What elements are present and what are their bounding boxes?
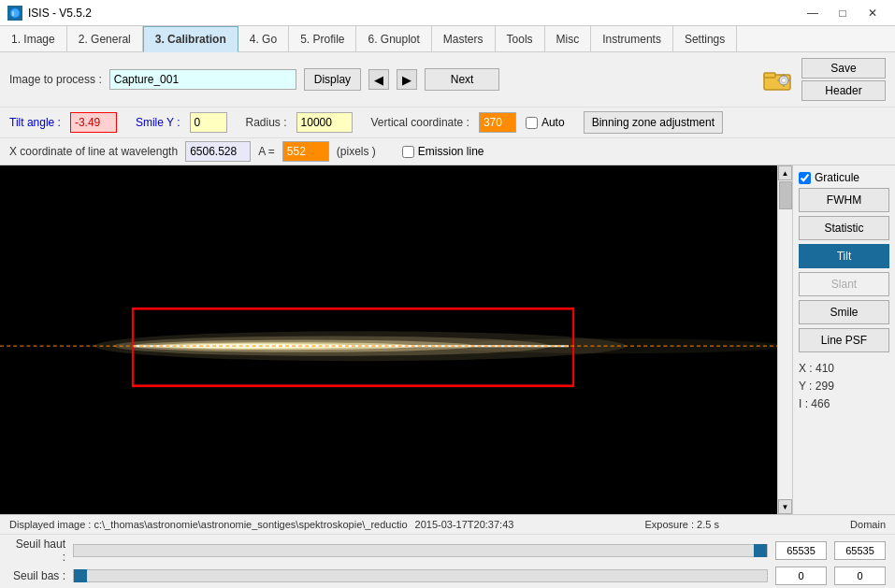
title-bar: i ISIS - V5.5.2 — □ ✕ bbox=[0, 0, 895, 26]
seuil-haut-thumb[interactable] bbox=[754, 544, 767, 557]
a-value-input[interactable] bbox=[282, 141, 329, 162]
tilt-input[interactable] bbox=[70, 112, 117, 133]
tab-gnuplot[interactable]: 6. Gnuplot bbox=[356, 26, 431, 51]
prev-button[interactable]: ◀ bbox=[368, 69, 389, 90]
smile-input[interactable] bbox=[190, 112, 227, 133]
status-bar: Displayed image : c:\_thomas\astronomie\… bbox=[0, 514, 895, 534]
spectrum-svg bbox=[0, 165, 777, 514]
binning-button[interactable]: Binning zone adjustment bbox=[584, 111, 723, 134]
prev-icon: ◀ bbox=[374, 73, 383, 87]
seuil-bas-row: Seuil bas : bbox=[9, 566, 886, 585]
timestamp-text: 2015-03-17T20:37:43 bbox=[415, 519, 514, 530]
exposure-text: Exposure : 2.5 s bbox=[644, 519, 719, 530]
seuil-haut-track[interactable] bbox=[73, 544, 768, 557]
smile-button[interactable]: Smile bbox=[799, 300, 889, 324]
tab-settings[interactable]: Settings bbox=[673, 26, 737, 51]
linepsf-button[interactable]: Line PSF bbox=[799, 328, 889, 352]
image-label: Image to process : bbox=[9, 73, 102, 86]
app-icon: i bbox=[7, 6, 22, 21]
tab-image[interactable]: 1. Image bbox=[0, 26, 67, 51]
minimize-button[interactable]: — bbox=[798, 4, 828, 22]
next-button[interactable]: Next bbox=[425, 68, 499, 91]
top-controls-row1: Image to process : Display ◀ ▶ Next Save… bbox=[0, 52, 895, 108]
wavelength-input[interactable] bbox=[185, 141, 251, 162]
right-panel: Graticule FWHM Statistic Tilt Slant Smil… bbox=[792, 165, 895, 514]
svg-rect-3 bbox=[764, 73, 775, 78]
x-coord-label: X coordinate of line at wavelength bbox=[9, 145, 178, 158]
tab-instruments[interactable]: Instruments bbox=[591, 26, 673, 51]
close-button[interactable]: ✕ bbox=[858, 4, 888, 22]
image-area: ▲ ▼ Graticule FWHM Statistic Tilt Slant … bbox=[0, 165, 895, 514]
display-button[interactable]: Display bbox=[304, 68, 361, 91]
tab-profile[interactable]: 5. Profile bbox=[289, 26, 356, 51]
x-coord: X : 410 bbox=[799, 360, 889, 378]
tab-misc[interactable]: Misc bbox=[545, 26, 592, 51]
statistic-button[interactable]: Statistic bbox=[799, 216, 889, 240]
i-coord: I : 466 bbox=[799, 395, 889, 413]
tab-go[interactable]: 4. Go bbox=[238, 26, 289, 51]
tab-general[interactable]: 2. General bbox=[67, 26, 143, 51]
smile-label: Smile Y : bbox=[136, 116, 180, 129]
folder-button[interactable] bbox=[760, 63, 794, 96]
radius-label: Radius : bbox=[246, 116, 287, 129]
domain-label: Domain bbox=[850, 519, 886, 530]
tab-calibration[interactable]: 3. Calibration bbox=[143, 26, 238, 52]
auto-checkbox[interactable] bbox=[526, 117, 538, 129]
next-nav-icon: ▶ bbox=[402, 73, 411, 87]
radius-input[interactable] bbox=[296, 112, 353, 133]
displayed-image-text: Displayed image : c:\_thomas\astronomie\… bbox=[9, 519, 408, 530]
app-title: ISIS - V5.5.2 bbox=[28, 7, 92, 20]
tilt-label: Tilt angle : bbox=[9, 116, 61, 129]
emission-label: Emission line bbox=[418, 145, 484, 158]
tilt-button[interactable]: Tilt bbox=[799, 244, 889, 268]
auto-checkbox-label[interactable]: Auto bbox=[526, 116, 565, 129]
emission-checkbox[interactable] bbox=[402, 146, 414, 158]
tab-masters[interactable]: Masters bbox=[432, 26, 496, 51]
v-scrollbar[interactable]: ▲ ▼ bbox=[777, 165, 792, 514]
scroll-thumb[interactable] bbox=[779, 181, 792, 209]
fwhm-button[interactable]: FWHM bbox=[799, 188, 889, 212]
pixels-label: (pixels ) bbox=[337, 145, 376, 158]
next-nav-button[interactable]: ▶ bbox=[397, 69, 417, 90]
header-button[interactable]: Header bbox=[801, 80, 886, 101]
y-coord: Y : 299 bbox=[799, 378, 889, 395]
vert-input[interactable] bbox=[479, 112, 516, 133]
seuil-bas-thumb[interactable] bbox=[74, 569, 87, 582]
window-controls: — □ ✕ bbox=[798, 4, 888, 22]
vert-label: Vertical coordinate : bbox=[371, 116, 469, 129]
seuil-haut-input[interactable] bbox=[775, 541, 827, 560]
svg-text:i: i bbox=[12, 10, 14, 17]
menu-tabs: 1. Image 2. General 3. Calibration 4. Go… bbox=[0, 26, 895, 52]
seuil-bas-track[interactable] bbox=[73, 569, 768, 582]
main-content: Image to process : Display ◀ ▶ Next Save… bbox=[0, 52, 895, 588]
slant-button[interactable]: Slant bbox=[799, 272, 889, 296]
auto-label: Auto bbox=[541, 116, 565, 129]
seuil-haut-row: Seuil haut : bbox=[9, 538, 886, 564]
tab-tools[interactable]: Tools bbox=[496, 26, 545, 51]
seuil-bas-input[interactable] bbox=[775, 566, 827, 585]
scroll-up-button[interactable]: ▲ bbox=[778, 165, 792, 180]
maximize-button[interactable]: □ bbox=[828, 4, 858, 22]
svg-point-5 bbox=[782, 79, 787, 83]
graticule-row: Graticule bbox=[799, 171, 889, 184]
emission-checkbox-label[interactable]: Emission line bbox=[402, 145, 484, 158]
scroll-down-button[interactable]: ▼ bbox=[778, 499, 792, 514]
image-input[interactable] bbox=[109, 69, 296, 90]
seuil-haut-label: Seuil haut : bbox=[9, 538, 65, 564]
seuil-haut-domain[interactable] bbox=[834, 541, 886, 560]
slider-area: Seuil haut : Seuil bas : bbox=[0, 534, 895, 588]
tilt-controls-row: Tilt angle : Smile Y : Radius : Vertical… bbox=[0, 108, 895, 138]
graticule-checkbox[interactable] bbox=[799, 172, 811, 184]
coords-display: X : 410 Y : 299 I : 466 bbox=[799, 360, 889, 414]
spectrum-panel[interactable] bbox=[0, 165, 777, 514]
seuil-bas-label: Seuil bas : bbox=[9, 569, 65, 582]
graticule-label: Graticule bbox=[815, 171, 859, 184]
save-button[interactable]: Save bbox=[801, 58, 886, 79]
image-container: ▲ ▼ bbox=[0, 165, 792, 514]
seuil-bas-domain[interactable] bbox=[834, 566, 886, 585]
wavelength-controls-row: X coordinate of line at wavelength A = (… bbox=[0, 138, 895, 165]
a-label: A = bbox=[258, 145, 275, 158]
